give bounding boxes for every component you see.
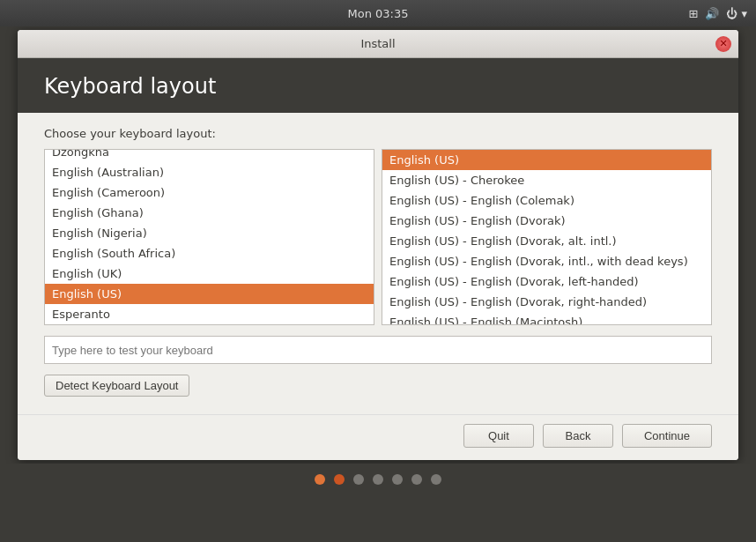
footer: Quit Back Continue: [18, 414, 738, 460]
list-item[interactable]: English (Ghana): [45, 203, 374, 223]
instruction-label: Choose your keyboard layout:: [44, 127, 712, 140]
topbar-icons: ⊞ 🔊 ⏻ ▾: [688, 7, 747, 20]
progress-dot: [334, 474, 345, 485]
layout-lists: DzongkhaEnglish (Australian)English (Cam…: [44, 149, 712, 325]
progress-dot: [353, 474, 364, 485]
list-item[interactable]: English (US): [45, 284, 374, 304]
list-item[interactable]: English (US): [382, 150, 711, 170]
progress-dot: [431, 474, 441, 485]
page-header: Keyboard layout: [18, 58, 738, 113]
list-item[interactable]: English (Australian): [45, 162, 374, 182]
install-window: Install ✕ Keyboard layout Choose your ke…: [18, 30, 738, 460]
quit-button[interactable]: Quit: [463, 424, 534, 448]
detect-keyboard-label: Detect Keyboard Layout: [56, 379, 178, 392]
progress-dots: [0, 464, 756, 497]
content-area: Choose your keyboard layout: DzongkhaEng…: [18, 113, 738, 414]
continue-button[interactable]: Continue: [622, 424, 712, 448]
language-list[interactable]: DzongkhaEnglish (Australian)English (Cam…: [44, 149, 374, 325]
list-item[interactable]: English (UK): [45, 264, 374, 284]
list-item[interactable]: English (Cameroon): [45, 182, 374, 203]
window-titlebar: Install ✕: [18, 30, 738, 58]
variant-list[interactable]: English (US)English (US) - CherokeeEngli…: [382, 149, 712, 325]
list-item[interactable]: English (South Africa): [45, 243, 374, 264]
volume-icon[interactable]: 🔊: [705, 7, 719, 20]
progress-dot: [373, 474, 383, 485]
progress-dot: [411, 474, 422, 485]
continue-label: Continue: [644, 429, 690, 442]
list-item[interactable]: English (US) - English (Dvorak, right-ha…: [382, 292, 711, 312]
back-label: Back: [566, 429, 591, 442]
list-item[interactable]: English (US) - English (Dvorak, intl., w…: [382, 251, 711, 271]
page-title: Keyboard layout: [44, 74, 712, 99]
list-item[interactable]: English (US) - English (Dvorak): [382, 211, 711, 231]
list-item[interactable]: English (US) - Cherokee: [382, 170, 711, 190]
list-item[interactable]: English (US) - English (Macintosh): [382, 312, 711, 325]
progress-dot: [392, 474, 403, 485]
window-close-button[interactable]: ✕: [715, 36, 731, 52]
close-icon: ✕: [719, 38, 727, 49]
list-item[interactable]: English (US) - English (Colemak): [382, 190, 711, 211]
detect-keyboard-button[interactable]: Detect Keyboard Layout: [44, 375, 189, 397]
list-item[interactable]: Dzongkha: [45, 149, 374, 162]
list-item[interactable]: English (US) - English (Dvorak, alt. int…: [382, 231, 711, 251]
list-item[interactable]: English (US) - English (Dvorak, left-han…: [382, 271, 711, 292]
topbar-time: Mon 03:35: [347, 7, 408, 20]
back-button[interactable]: Back: [543, 424, 613, 448]
topbar: Mon 03:35 ⊞ 🔊 ⏻ ▾: [0, 0, 756, 26]
keyboard-test-input[interactable]: [44, 336, 712, 364]
network-icon[interactable]: ⊞: [688, 7, 698, 20]
list-item[interactable]: Esperanto: [45, 304, 374, 324]
progress-dot: [315, 474, 325, 485]
power-icon[interactable]: ⏻ ▾: [726, 7, 747, 20]
list-item[interactable]: English (Nigeria): [45, 223, 374, 243]
quit-label: Quit: [488, 429, 509, 442]
window-title: Install: [360, 37, 395, 50]
